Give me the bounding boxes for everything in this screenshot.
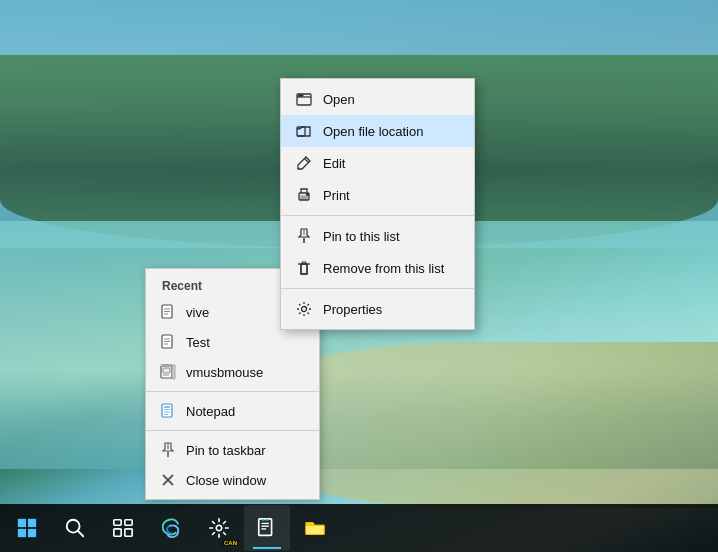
print-label: Print bbox=[323, 188, 350, 203]
pin-icon bbox=[158, 440, 178, 460]
properties-icon bbox=[295, 300, 313, 318]
notepad-app-icon bbox=[256, 517, 278, 539]
windows-logo-icon bbox=[16, 517, 38, 539]
edge-button[interactable] bbox=[148, 505, 194, 551]
menu-divider bbox=[146, 430, 319, 431]
context-menu-open-file-location[interactable]: Open file location bbox=[281, 115, 474, 147]
pin-list-label: Pin to this list bbox=[323, 229, 400, 244]
svg-rect-29 bbox=[301, 196, 307, 199]
recent-item-label: vmusbmouse bbox=[186, 365, 263, 380]
list-item[interactable]: Notepad bbox=[146, 396, 319, 426]
svg-point-30 bbox=[307, 194, 309, 196]
svg-point-25 bbox=[301, 95, 303, 97]
svg-rect-9 bbox=[163, 368, 170, 373]
context-menu-open[interactable]: Open bbox=[281, 83, 474, 115]
pin-list-icon bbox=[295, 227, 313, 245]
svg-point-24 bbox=[299, 95, 301, 97]
list-item[interactable]: Test bbox=[146, 327, 319, 357]
svg-rect-37 bbox=[28, 519, 36, 527]
file-explorer-button[interactable] bbox=[292, 505, 338, 551]
svg-rect-45 bbox=[125, 529, 132, 536]
start-button[interactable] bbox=[4, 505, 50, 551]
context-menu: Open Open file location Edit bbox=[280, 78, 475, 330]
menu-divider bbox=[281, 288, 474, 289]
edit-label: Edit bbox=[323, 156, 345, 171]
context-menu-pin-list[interactable]: Pin to this list bbox=[281, 220, 474, 252]
list-item[interactable]: vmusbmouse bbox=[146, 357, 319, 387]
print-icon bbox=[295, 186, 313, 204]
context-menu-print[interactable]: Print bbox=[281, 179, 474, 211]
svg-rect-34 bbox=[301, 264, 307, 274]
menu-divider bbox=[146, 391, 319, 392]
pin-taskbar-label: Pin to taskbar bbox=[186, 443, 266, 458]
document-image-icon bbox=[158, 362, 178, 382]
edge-icon bbox=[160, 517, 182, 539]
open-file-location-label: Open file location bbox=[323, 124, 423, 139]
settings-icon bbox=[208, 517, 230, 539]
svg-rect-43 bbox=[125, 520, 132, 526]
taskbar: CAN bbox=[0, 504, 718, 552]
svg-line-11 bbox=[160, 364, 173, 365]
settings-button[interactable]: CAN bbox=[196, 505, 242, 551]
svg-rect-12 bbox=[172, 365, 175, 379]
svg-rect-36 bbox=[18, 519, 26, 527]
document-icon bbox=[158, 332, 178, 352]
svg-point-35 bbox=[302, 307, 307, 312]
svg-rect-47 bbox=[259, 519, 272, 536]
open-label: Open bbox=[323, 92, 355, 107]
task-view-icon bbox=[112, 517, 134, 539]
notepad-icon bbox=[158, 401, 178, 421]
edit-icon bbox=[295, 154, 313, 172]
menu-divider bbox=[281, 215, 474, 216]
pin-taskbar-item[interactable]: Pin to taskbar bbox=[146, 435, 319, 465]
svg-rect-42 bbox=[114, 520, 121, 526]
file-location-icon bbox=[295, 122, 313, 140]
svg-line-41 bbox=[78, 531, 84, 537]
context-menu-remove-list[interactable]: Remove from this list bbox=[281, 252, 474, 284]
properties-label: Properties bbox=[323, 302, 382, 317]
close-icon bbox=[158, 470, 178, 490]
svg-rect-13 bbox=[162, 404, 172, 417]
search-button[interactable] bbox=[52, 505, 98, 551]
search-icon bbox=[64, 517, 86, 539]
window-icon bbox=[295, 90, 313, 108]
svg-rect-53 bbox=[306, 525, 324, 534]
notepad-button[interactable] bbox=[244, 505, 290, 551]
svg-point-46 bbox=[216, 525, 222, 531]
task-view-button[interactable] bbox=[100, 505, 146, 551]
svg-rect-38 bbox=[18, 529, 26, 537]
recent-item-label: vive bbox=[186, 305, 209, 320]
remove-list-label: Remove from this list bbox=[323, 261, 444, 276]
close-window-item[interactable]: Close window bbox=[146, 465, 319, 495]
recent-item-label: Test bbox=[186, 335, 210, 350]
svg-rect-44 bbox=[114, 529, 121, 536]
can-badge: CAN bbox=[222, 540, 239, 546]
svg-rect-39 bbox=[28, 529, 36, 537]
context-menu-edit[interactable]: Edit bbox=[281, 147, 474, 179]
folder-icon bbox=[304, 517, 326, 539]
close-window-label: Close window bbox=[186, 473, 266, 488]
context-menu-properties[interactable]: Properties bbox=[281, 293, 474, 325]
recent-item-label: Notepad bbox=[186, 404, 235, 419]
trash-icon bbox=[295, 259, 313, 277]
document-icon bbox=[158, 302, 178, 322]
